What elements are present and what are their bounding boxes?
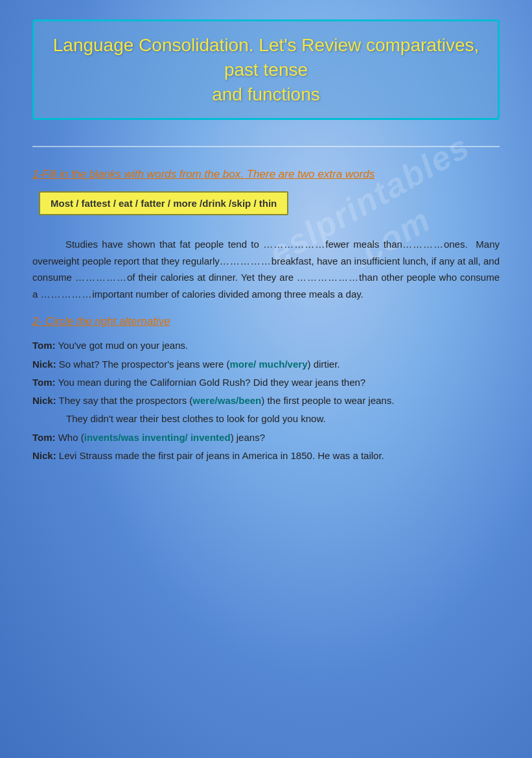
dialog-line-tom1: Tom: You've got mud on your jeans.	[32, 337, 500, 354]
title-text: Language Consolidation. Let's Review com…	[50, 33, 482, 106]
dialog-line-nick1: Nick: So what? The prospector's jeans we…	[32, 356, 500, 373]
word-box: Most / fattest / eat / fatter / more /dr…	[39, 191, 288, 215]
dialog-line-tom2: Tom: You mean during the Californian Gol…	[32, 374, 500, 391]
title-divider	[32, 146, 500, 147]
section1-heading: 1-Fill in the blanks with words from the…	[32, 168, 500, 181]
title-box: Language Consolidation. Let's Review com…	[32, 19, 500, 120]
dialog-line-nick2: Nick: They say that the prospectors (wer…	[32, 392, 500, 409]
title-line1: Language Consolidation. Let's Review com…	[53, 35, 480, 80]
section1-paragraph: Studies have shown that fat people tend …	[32, 236, 500, 302]
dialog-line-nick2b: They didn't wear their best clothes to l…	[32, 410, 500, 427]
title-line2: and functions	[212, 84, 320, 104]
section2-heading: 2- Circle the right alternative	[32, 315, 500, 328]
dialog-line-nick3: Nick: Levi Strauss made the first pair o…	[32, 447, 500, 464]
dialog-line-tom3: Tom: Who (invents/was inventing/ invente…	[32, 429, 500, 446]
